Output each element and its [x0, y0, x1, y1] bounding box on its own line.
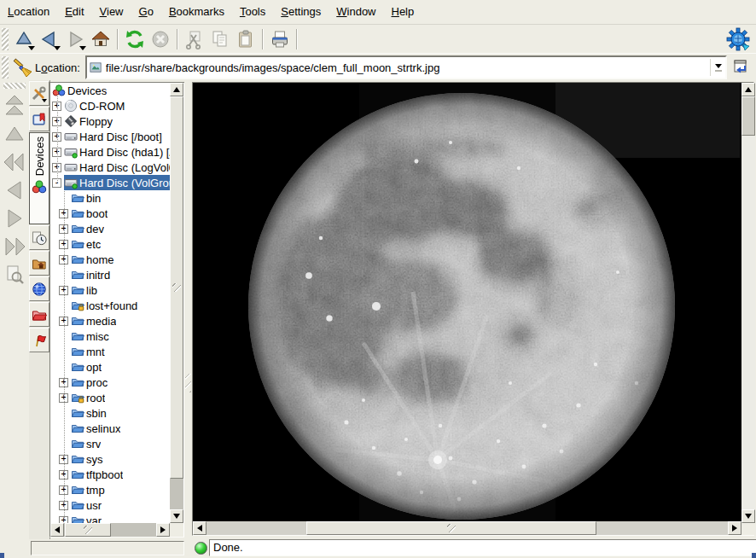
sidebar-tab-network[interactable]: [29, 276, 49, 301]
sidebar-config-button[interactable]: [29, 81, 49, 106]
back-button[interactable]: [37, 26, 62, 52]
location-combobox[interactable]: file:/usr/share/backgrounds/images/space…: [85, 55, 727, 79]
tree-row[interactable]: selinux: [50, 421, 170, 436]
menu-item[interactable]: Settings: [273, 0, 329, 24]
tree-row[interactable]: + lib: [50, 282, 170, 298]
tree-row[interactable]: + Hard Disc (LogVol0: [50, 160, 170, 175]
tree-row[interactable]: + proc: [50, 375, 170, 390]
tree-row[interactable]: opt: [50, 359, 170, 375]
image-viewport[interactable]: [193, 83, 741, 521]
cut-button[interactable]: [182, 26, 207, 52]
menu-item[interactable]: Tools: [232, 0, 273, 24]
combobox-dropdown-button[interactable]: [710, 59, 725, 76]
tree-row[interactable]: + etc: [50, 236, 170, 252]
tree-vscroll-thumb[interactable]: [170, 96, 183, 479]
print-button[interactable]: [267, 26, 293, 52]
menu-item[interactable]: Go: [131, 0, 161, 24]
view-horizontal-scrollbar[interactable]: [193, 521, 741, 535]
tree-row[interactable]: + sys: [50, 451, 170, 467]
view-vertical-scrollbar[interactable]: [741, 83, 755, 521]
tree-hscroll-thumb[interactable]: [65, 523, 111, 537]
tree-row[interactable]: + Floppy: [50, 113, 170, 129]
paste-button[interactable]: [233, 26, 259, 52]
tree-row[interactable]: + media: [50, 313, 170, 328]
konqueror-gear-logo[interactable]: [724, 26, 753, 52]
menu-item[interactable]: Location: [0, 0, 57, 24]
tree-row[interactable]: + boot: [50, 206, 170, 221]
toolbar-drag-handle[interactable]: [3, 83, 26, 89]
clear-location-button[interactable]: [11, 56, 33, 78]
tree-row[interactable]: + Hard Disc [/boot]: [50, 129, 170, 144]
menu-item[interactable]: Help: [384, 0, 422, 24]
tree-row[interactable]: srv: [50, 436, 170, 451]
tree-vertical-scrollbar[interactable]: [170, 83, 183, 523]
back-arrow-icon: [4, 180, 25, 201]
tree-row[interactable]: + CD-ROM: [50, 98, 170, 113]
home-button[interactable]: [88, 26, 113, 52]
tree-item-icon: [64, 99, 78, 113]
view-vscroll-thumb[interactable]: [741, 96, 755, 136]
tree-row[interactable]: + Hard Disc (hda1) [/: [50, 144, 170, 160]
tree-row[interactable]: + var: [50, 513, 170, 523]
tree-row[interactable]: + tmp: [50, 482, 170, 497]
tree-row[interactable]: misc: [50, 328, 170, 344]
view-hscroll-thumb[interactable]: [306, 521, 596, 535]
up-button[interactable]: [11, 26, 37, 52]
sidebar-tab-bookmarks[interactable]: [29, 107, 49, 131]
tree-item-label: etc: [86, 238, 101, 251]
toolbar-drag-handle[interactable]: [2, 56, 9, 78]
double-back-button[interactable]: [3, 150, 26, 174]
scroll-left-button[interactable]: [50, 523, 64, 537]
scroll-up-button[interactable]: [170, 83, 183, 96]
tree-horizontal-scrollbar[interactable]: [50, 523, 170, 537]
scroll-left-button[interactable]: [193, 521, 206, 535]
sidebar-tab-root-folder[interactable]: [29, 302, 49, 327]
copy-button[interactable]: [207, 26, 233, 52]
scroll-down-button[interactable]: [741, 509, 755, 523]
menu-item-post: dit: [73, 5, 84, 18]
back-button-disabled[interactable]: [3, 178, 26, 202]
tree-row[interactable]: + dev: [50, 221, 170, 236]
forward-button-disabled[interactable]: [3, 206, 26, 230]
tree-row[interactable]: + root: [50, 390, 170, 405]
sidebar-tab-home-folder[interactable]: [29, 251, 49, 276]
tree-guide-line: [64, 191, 65, 520]
tree-row[interactable]: sbin: [50, 405, 170, 421]
devices-tree-panel: Devices + CD-ROM +: [49, 82, 186, 538]
location-input-value[interactable]: file:/usr/share/backgrounds/images/space…: [106, 61, 710, 74]
sidebar-tab-history[interactable]: [29, 225, 49, 250]
menu-item[interactable]: Bookmarks: [161, 0, 232, 24]
up-button-disabled[interactable]: [3, 122, 26, 146]
tree-row[interactable]: Devices: [50, 83, 170, 98]
menu-item[interactable]: Window: [329, 0, 383, 24]
sidebar-splitter[interactable]: [184, 80, 192, 539]
tree-row[interactable]: initrd: [50, 267, 170, 282]
tree-row[interactable]: mnt: [50, 344, 170, 359]
sidebar-tab-devices[interactable]: Devices: [29, 132, 49, 224]
menu-item-accel: G: [139, 5, 148, 18]
tree-row[interactable]: + home: [50, 252, 170, 267]
double-up-button[interactable]: [3, 94, 26, 118]
broom-icon: [12, 57, 32, 78]
scroll-up-button[interactable]: [741, 83, 755, 96]
cut-icon: [184, 29, 205, 49]
scroll-down-button[interactable]: [170, 509, 183, 523]
sidebar-tab-services[interactable]: [29, 328, 49, 352]
tree-row[interactable]: lost+found: [50, 298, 170, 313]
tree-row[interactable]: - Hard Disc (VolGrou: [50, 175, 170, 190]
scroll-right-button[interactable]: [156, 523, 170, 537]
menu-item[interactable]: View: [92, 0, 131, 24]
menu-item-post: ools: [245, 5, 265, 18]
double-forward-button[interactable]: [3, 235, 26, 259]
go-button[interactable]: [730, 56, 753, 78]
scroll-right-button[interactable]: [728, 521, 741, 535]
reload-button[interactable]: [122, 26, 148, 52]
menu-item[interactable]: Edit: [57, 0, 91, 24]
stop-button[interactable]: [148, 26, 173, 52]
tree-row[interactable]: + tftpboot: [50, 467, 170, 482]
forward-button[interactable]: [62, 26, 88, 52]
find-file-button[interactable]: [3, 263, 26, 287]
tree-row[interactable]: + usr: [50, 497, 170, 513]
toolbar-drag-handle[interactable]: [2, 28, 9, 50]
tree-row[interactable]: bin: [50, 190, 170, 206]
